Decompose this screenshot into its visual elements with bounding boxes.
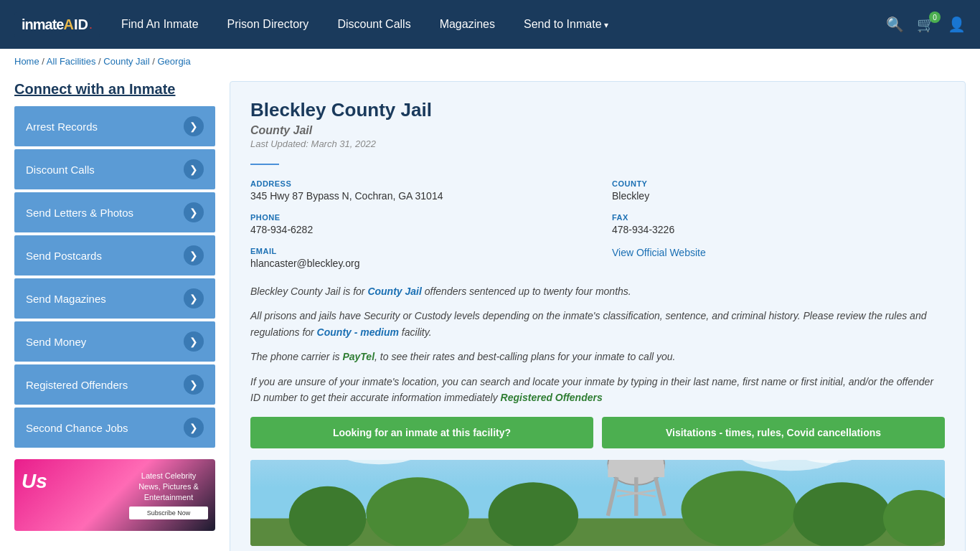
county-value: Bleckley	[612, 190, 945, 202]
county-label: COUNTY	[612, 179, 945, 188]
nav-magazines[interactable]: Magazines	[440, 18, 495, 31]
sidebar-item-send-magazines[interactable]: Send Magazines ❯	[14, 278, 215, 319]
facility-description: Bleckley County Jail is for County Jail …	[250, 283, 945, 405]
address-value: 345 Hwy 87 Bypass N, Cochran, GA 31014	[250, 190, 583, 202]
svg-point-3	[366, 477, 468, 546]
logo[interactable]: inmate A ID .	[14, 12, 100, 37]
cart-badge: 0	[929, 11, 941, 23]
arrow-icon: ❯	[184, 288, 204, 309]
sidebar-item-send-postcards[interactable]: Send Postcards ❯	[14, 235, 215, 276]
breadcrumb-home[interactable]: Home	[14, 56, 39, 67]
desc-para-3: The phone carrier is PayTel, to see thei…	[250, 349, 945, 364]
visitations-button[interactable]: Visitations - times, rules, Covid cancel…	[602, 417, 945, 448]
breadcrumb-georgia[interactable]: Georgia	[157, 56, 190, 67]
county-block: COUNTY Bleckley	[612, 179, 945, 202]
address-label: ADDRESS	[250, 179, 583, 188]
arrow-icon: ❯	[184, 418, 204, 438]
facility-divider	[250, 164, 279, 165]
main-header: inmate A ID . Find An Inmate Prison Dire…	[0, 0, 980, 49]
nav-prison-directory[interactable]: Prison Directory	[227, 18, 309, 31]
ad-subscribe-button[interactable]: Subscribe Now	[129, 507, 208, 520]
sidebar-item-send-money[interactable]: Send Money ❯	[14, 321, 215, 362]
desc-para-1: Bleckley County Jail is for County Jail …	[250, 283, 945, 299]
breadcrumb-county-jail[interactable]: County Jail	[103, 56, 149, 67]
phone-block: PHONE 478-934-6282	[250, 213, 583, 235]
cart-icon[interactable]: 🛒 0	[917, 16, 935, 33]
facility-type: County Jail	[250, 124, 945, 137]
nav-find-inmate[interactable]: Find An Inmate	[121, 18, 199, 31]
nav-discount-calls[interactable]: Discount Calls	[337, 18, 410, 31]
email-label: EMAIL	[250, 247, 583, 255]
phone-value: 478-934-6282	[250, 224, 583, 235]
email-block: EMAIL hlancaster@bleckley.org	[250, 247, 583, 269]
arrow-icon: ❯	[184, 375, 204, 395]
sidebar-item-second-chance-jobs[interactable]: Second Chance Jobs ❯	[14, 408, 215, 448]
facility-info-grid: ADDRESS 345 Hwy 87 Bypass N, Cochran, GA…	[250, 179, 945, 269]
action-buttons: Looking for an inmate at this facility? …	[250, 417, 945, 448]
county-jail-link[interactable]: County Jail	[367, 286, 421, 297]
main-nav: Find An Inmate Prison Directory Discount…	[121, 18, 886, 31]
svg-point-5	[682, 471, 797, 547]
header-icons: 🔍 🛒 0 👤	[886, 16, 966, 33]
address-block: ADDRESS 345 Hwy 87 Bypass N, Cochran, GA…	[250, 179, 583, 202]
paytel-link[interactable]: PayTel	[342, 351, 374, 362]
website-block: View Official Website	[612, 247, 945, 269]
facility-content: Bleckley County Jail County Jail Last Up…	[230, 81, 966, 551]
desc-para-2: All prisons and jails have Security or C…	[250, 308, 945, 340]
breadcrumb: Home / All Facilities / County Jail / Ge…	[0, 49, 980, 74]
facility-image	[250, 460, 945, 546]
facility-image-svg	[250, 460, 945, 546]
sidebar-item-discount-calls[interactable]: Discount Calls ❯	[14, 149, 215, 189]
main-content: Connect with an Inmate Arrest Records ❯ …	[0, 74, 980, 551]
arrow-icon: ❯	[184, 116, 204, 136]
registered-offenders-link[interactable]: Registered Offenders	[501, 392, 603, 403]
facility-updated: Last Updated: March 31, 2022	[250, 138, 945, 149]
search-icon[interactable]: 🔍	[886, 16, 904, 33]
ad-text: Latest Celebrity News, Pictures & Entert…	[122, 463, 215, 527]
fax-label: FAX	[612, 213, 945, 222]
desc-para-4: If you are unsure of your inmate's locat…	[250, 374, 945, 406]
official-website-link[interactable]: View Official Website	[612, 247, 706, 258]
county-medium-link[interactable]: County - medium	[317, 326, 399, 338]
breadcrumb-all-facilities[interactable]: All Facilities	[47, 56, 96, 67]
sidebar-item-registered-offenders[interactable]: Registered Offenders ❯	[14, 364, 215, 405]
logo-area: inmate A ID .	[14, 12, 100, 37]
sidebar-item-send-letters[interactable]: Send Letters & Photos ❯	[14, 192, 215, 232]
arrow-icon: ❯	[184, 202, 204, 222]
arrow-icon: ❯	[184, 245, 204, 265]
sidebar-item-arrest-records[interactable]: Arrest Records ❯	[14, 106, 215, 146]
ad-banner[interactable]: Us Latest Celebrity News, Pictures & Ent…	[14, 459, 215, 531]
svg-rect-9	[608, 465, 664, 478]
sidebar-menu: Arrest Records ❯ Discount Calls ❯ Send L…	[14, 106, 215, 448]
sidebar: Connect with an Inmate Arrest Records ❯ …	[14, 81, 215, 551]
nav-send-to-inmate[interactable]: Send to Inmate	[524, 18, 608, 31]
email-value: hlancaster@bleckley.org	[250, 258, 583, 269]
facility-name: Bleckley County Jail	[250, 99, 945, 121]
sidebar-title: Connect with an Inmate	[14, 81, 215, 98]
find-inmate-button[interactable]: Looking for an inmate at this facility?	[250, 417, 593, 448]
ad-logo: Us	[22, 470, 47, 493]
phone-label: PHONE	[250, 213, 583, 222]
arrow-icon: ❯	[184, 159, 204, 179]
arrow-icon: ❯	[184, 331, 204, 352]
fax-value: 478-934-3226	[612, 224, 945, 235]
fax-block: FAX 478-934-3226	[612, 213, 945, 235]
user-icon[interactable]: 👤	[948, 16, 966, 33]
